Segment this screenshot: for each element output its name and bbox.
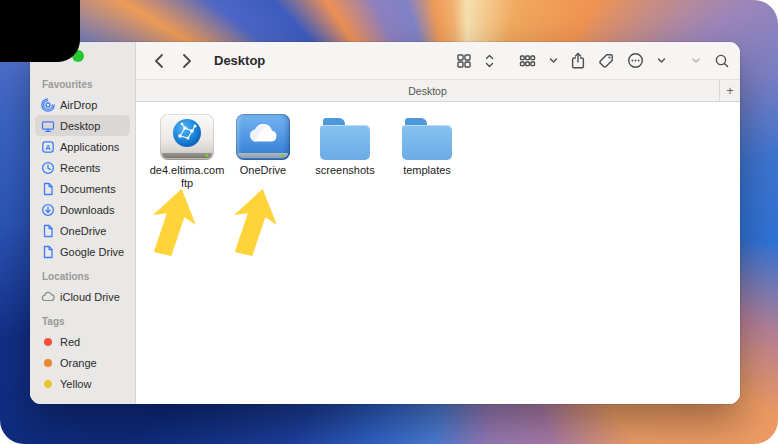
new-tab-button[interactable]: + [719,80,740,101]
window-title: Desktop [214,53,265,68]
tab-bar: Desktop + [136,79,740,102]
sidebar-item-applications[interactable]: A Applications [35,136,130,157]
file-item-label: OneDrive [221,164,305,177]
sidebar-item-label: Desktop [60,120,100,132]
sidebar-item-recents[interactable]: Recents [35,157,130,178]
finder-sidebar: Favourites AirDrop Desktop A Application… [30,42,136,404]
tab-desktop[interactable]: Desktop [136,80,719,101]
file-item-label: de4.eltima.com ftp [145,164,229,190]
finder-window: Favourites AirDrop Desktop A Application… [30,42,740,404]
annotation-arrow-ftp [145,184,203,260]
svg-text:A: A [45,142,51,151]
sidebar-item-desktop[interactable]: Desktop [35,115,130,136]
red-tag-dot-icon [44,338,52,346]
group-by-chevron-icon[interactable] [549,50,558,72]
sidebar-item-label: Google Drive [60,246,124,258]
folder-icon [320,118,370,160]
airdrop-icon [41,98,55,112]
file-item-label: templates [385,164,469,177]
drive-led [205,154,208,157]
sidebar-item-label: AirDrop [60,99,97,111]
annotation-arrow-onedrive [226,184,284,260]
sidebar-item-documents[interactable]: Documents [35,178,130,199]
sidebar-item-label: Applications [60,141,119,153]
sidebar-item-label: OneDrive [60,225,106,237]
file-browser-content: de4.eltima.com ftp [136,102,740,404]
sidebar-section-locations: Locations [30,270,135,286]
sidebar-item-label: Yellow [60,378,91,390]
back-button[interactable] [148,50,170,72]
sidebar-item-google-drive[interactable]: Google Drive [35,241,130,262]
file-item-templates[interactable]: templates [385,108,469,177]
cloud-icon [41,290,55,304]
group-by-button[interactable] [519,50,536,72]
forward-button[interactable] [176,50,198,72]
sidebar-section-favourites: Favourites [30,78,135,94]
sidebar-item-label: Orange [60,357,97,369]
sidebar-section-tags: Tags [30,315,135,331]
tag-button[interactable] [598,50,614,72]
downloads-icon [41,203,55,217]
network-globe-icon [172,118,202,152]
document-icon [41,224,55,238]
sidebar-item-label: Red [60,336,80,348]
more-actions-chevron-icon[interactable] [657,50,666,72]
orange-tag-dot-icon [44,359,52,367]
sidebar-item-label: Documents [60,183,116,195]
yellow-tag-dot-icon [44,380,52,388]
finder-toolbar: Desktop [136,42,740,79]
sidebar-item-tag-orange[interactable]: Orange [35,352,130,373]
share-button[interactable] [571,50,585,72]
recents-icon [41,161,55,175]
sidebar-item-icloud-drive[interactable]: iCloud Drive [35,286,130,307]
file-item-screenshots[interactable]: screenshots [303,108,387,177]
document-icon [41,245,55,259]
onedrive-cloud-icon [247,123,279,148]
file-item-network-drive[interactable]: de4.eltima.com ftp [145,108,229,190]
black-redaction-box [0,0,80,62]
onedrive-drive-icon [236,114,290,160]
sidebar-item-tag-red[interactable]: Red [35,331,130,352]
toolbar-overflow-chevron-icon[interactable] [691,50,701,72]
sidebar-item-airdrop[interactable]: AirDrop [35,94,130,115]
file-item-onedrive[interactable]: OneDrive [221,108,305,177]
file-item-label: screenshots [303,164,387,177]
applications-icon: A [41,140,55,154]
sidebar-item-tag-yellow[interactable]: Yellow [35,373,130,394]
drive-led [281,154,284,157]
sidebar-item-onedrive[interactable]: OneDrive [35,220,130,241]
sidebar-item-downloads[interactable]: Downloads [35,199,130,220]
sidebar-item-label: Recents [60,162,100,174]
folder-icon [402,118,452,160]
sort-updown-chevrons-icon[interactable] [485,50,494,72]
search-button[interactable] [714,50,730,72]
desktop-icon [41,119,55,133]
document-icon [41,182,55,196]
sidebar-item-label: iCloud Drive [60,291,120,303]
more-actions-button[interactable] [627,50,644,72]
network-drive-icon [160,114,214,160]
sidebar-item-label: Downloads [60,204,114,216]
finder-main: Desktop [136,42,740,404]
icon-view-button[interactable] [456,50,472,72]
